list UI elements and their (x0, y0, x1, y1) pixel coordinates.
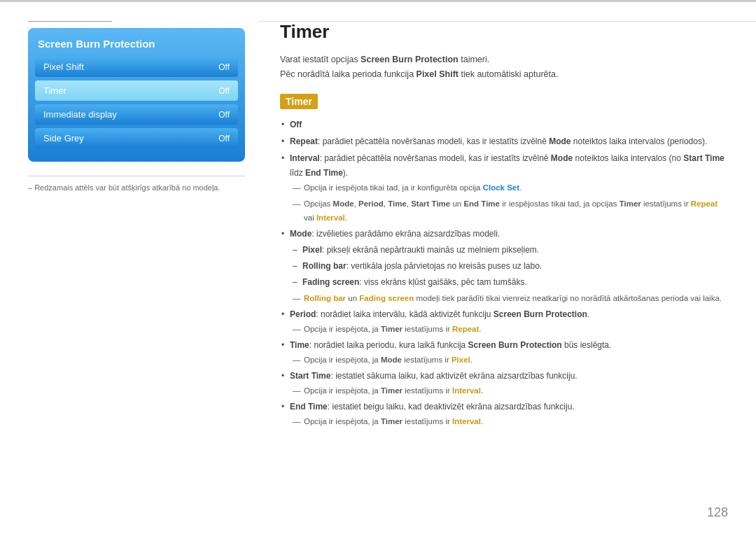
end-time-label-1: End Time (305, 168, 343, 178)
bullet-end-time: End Time: iestatiet beigu laiku, kad dea… (280, 400, 728, 428)
side-grey-value: Off (218, 134, 230, 143)
intro-line-1: Varat iestatīt opcijas Screen Burn Prote… (280, 52, 728, 67)
menu-card: Screen Burn Protection Pixel Shift Off T… (28, 28, 245, 162)
intro-line-2: Pēc norādītā laika perioda funkcija Pixe… (280, 67, 728, 82)
end-time-note: Opcija ir iespējota, ja Timer iestatījum… (290, 414, 728, 428)
off-label: Off (290, 120, 302, 129)
side-grey-label: Side Grey (43, 133, 84, 143)
rolling-label: Rolling bar (302, 261, 346, 271)
mode-rolling: Rolling bar: vertikāla josla pārvietojas… (290, 259, 728, 274)
clock-set-label: Clock Set (483, 183, 519, 192)
mode-pixel: Pixel: pikseļi ekrānā nepārtraukti mainā… (290, 243, 728, 258)
period-note: Opcija ir iespējota, ja Timer iestatījum… (290, 322, 728, 336)
pixel-shift-label: Pixel Shift (43, 62, 84, 72)
period-repeat-label: Repeat (452, 325, 479, 333)
interval-label: Interval (290, 153, 320, 163)
menu-card-title: Screen Burn Protection (35, 38, 238, 50)
fading-screen-note: Fading screen (359, 294, 414, 302)
repeat-label-n2: Repeat (691, 199, 718, 208)
pixel-shift-item[interactable]: Pixel Shift Off (35, 57, 238, 77)
interval-mode-label: Mode (551, 153, 573, 163)
intro-bold-1: Screen Burn Protection (360, 55, 458, 64)
mode-sub-list: Pixel: pikseļi ekrānā nepārtraukti mainā… (290, 243, 728, 290)
bullet-mode: Mode: izvēlieties parādāmo ekrāna aizsar… (280, 227, 728, 305)
start-time-note: Opcija ir iespējota, ja Timer iestatījum… (290, 384, 728, 398)
period-main-label: Period (290, 309, 316, 319)
interval-note-2: Opcijas Mode, Period, Time, Start Time u… (290, 197, 728, 225)
timer-label-n2: Timer (620, 199, 641, 208)
side-grey-item[interactable]: Side Grey Off (35, 128, 238, 148)
end-time-timer-label: Timer (381, 417, 402, 426)
start-time-main-label: Start Time (290, 371, 330, 381)
mode-fading: Fading screen: viss ekrāns kļūst gaišāks… (290, 275, 728, 290)
time-sbp-label: Screen Burn Protection (468, 340, 562, 350)
period-sbp-label: Screen Burn Protection (493, 309, 587, 319)
bullet-time: Time: norādiet laika periodu, kura laikā… (280, 338, 728, 367)
section-heading: Timer (280, 94, 318, 109)
content-body: Off Repeat: parādiet pēcattēla novēršana… (280, 118, 728, 429)
sidebar-note: – Redzamais attēls var būt atšķirīgs atk… (28, 183, 245, 192)
bullet-repeat: Repeat: parādiet pēcattēla novēršanas mo… (280, 134, 728, 149)
time-note: Opcija ir iespējota, ja Mode iestatījums… (290, 353, 728, 367)
bullet-interval: Interval: parādiet pēcattēla novēršanas … (280, 151, 728, 225)
timer-item[interactable]: Timer Off (35, 80, 238, 101)
start-time-timer-label: Timer (381, 386, 402, 395)
time-mode-label: Mode (381, 356, 402, 364)
left-separator (28, 21, 112, 22)
mode-note: Rolling bar un Fading screen modeļi tiek… (290, 291, 728, 305)
fading-label: Fading screen (302, 277, 359, 287)
timer-label: Timer (43, 85, 66, 96)
bullet-start-time: Start Time: iestatiet sākuma laiku, kad … (280, 369, 728, 398)
pixel-shift-value: Off (218, 62, 230, 72)
time-label-n2: Time (388, 199, 407, 208)
left-panel: Screen Burn Protection Pixel Shift Off T… (28, 28, 245, 192)
endtime-label-n2: End Time (463, 199, 500, 208)
right-panel: Timer Varat iestatīt opcijas Screen Burn… (280, 21, 728, 431)
repeat-label: Repeat (290, 136, 318, 146)
main-bullet-list: Off Repeat: parādiet pēcattēla novēršana… (280, 118, 728, 429)
timer-value: Off (218, 86, 230, 96)
repeat-mode-label: Mode (549, 136, 570, 146)
intro-bold-2: Pixel Shift (416, 69, 458, 79)
start-time-interval-label: Interval (452, 386, 481, 395)
time-pixel-label: Pixel (451, 356, 470, 364)
rolling-bar-note: Rolling bar (304, 294, 346, 302)
start-time-label-1: Start Time (683, 153, 724, 163)
immediate-display-item[interactable]: Immediate display Off (35, 104, 238, 125)
interval-note-1: Opcija ir iespējota tikai tad, ja ir kon… (290, 181, 728, 195)
period-timer-label: Timer (381, 325, 402, 333)
bullet-off: Off (280, 118, 728, 132)
immediate-display-label: Immediate display (43, 109, 117, 120)
starttime-label-n2: Start Time (411, 199, 450, 208)
interval-label-n2: Interval (316, 213, 345, 222)
mode-label-n2: Mode (333, 199, 354, 208)
time-main-label: Time (290, 340, 309, 350)
bullet-period: Period: norādiet laika intervālu, kādā a… (280, 307, 728, 336)
page-number: 128 (707, 505, 728, 520)
intro-text: Varat iestatīt opcijas Screen Burn Prote… (280, 52, 728, 83)
sidebar-divider (28, 176, 245, 176)
period-label-n2: Period (358, 199, 384, 208)
mode-main-label: Mode (290, 229, 312, 239)
immediate-display-value: Off (218, 110, 230, 120)
top-line (0, 0, 756, 2)
page-title: Timer (280, 21, 728, 43)
end-time-interval-label: Interval (452, 417, 481, 426)
pixel-label: Pixel (302, 245, 322, 255)
end-time-main-label: End Time (290, 402, 328, 412)
